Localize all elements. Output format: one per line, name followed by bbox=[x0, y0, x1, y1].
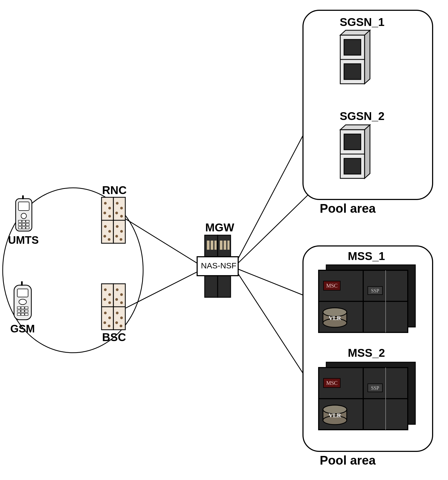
svg-point-42 bbox=[108, 238, 110, 241]
svg-rect-17 bbox=[26, 227, 29, 229]
svg-point-21 bbox=[19, 299, 26, 305]
nas-nsf-label: NAS-NSF bbox=[201, 261, 237, 270]
svg-rect-10 bbox=[22, 220, 25, 222]
svg-point-44 bbox=[120, 207, 123, 209]
svg-point-36 bbox=[108, 207, 111, 209]
svg-rect-30 bbox=[25, 313, 28, 315]
svg-rect-7 bbox=[18, 202, 29, 211]
svg-rect-76 bbox=[220, 241, 223, 250]
svg-rect-29 bbox=[21, 313, 24, 315]
svg-text:MSC: MSC bbox=[326, 380, 338, 386]
mss1-rack-icon: MSC SSP VLR bbox=[319, 265, 415, 332]
mss-vlr-label: VLR bbox=[329, 315, 342, 321]
sgsn1-cabinet-icon bbox=[340, 30, 370, 84]
svg-point-38 bbox=[108, 215, 111, 218]
svg-point-67 bbox=[120, 316, 123, 319]
svg-line-1 bbox=[126, 272, 198, 308]
mss-ssp-label: SSP bbox=[371, 288, 379, 294]
svg-point-54 bbox=[104, 288, 107, 291]
svg-marker-86 bbox=[365, 125, 370, 178]
svg-rect-13 bbox=[22, 224, 25, 226]
svg-point-35 bbox=[104, 202, 107, 205]
svg-point-39 bbox=[104, 225, 107, 228]
svg-point-40 bbox=[108, 230, 111, 233]
svg-point-66 bbox=[116, 312, 119, 314]
svg-rect-28 bbox=[17, 313, 21, 315]
svg-point-69 bbox=[120, 325, 122, 327]
svg-rect-73 bbox=[207, 241, 210, 250]
svg-rect-74 bbox=[211, 241, 213, 250]
svg-point-63 bbox=[120, 293, 123, 296]
umts-phone-icon bbox=[16, 195, 32, 231]
svg-rect-75 bbox=[214, 241, 217, 250]
svg-point-50 bbox=[120, 238, 122, 241]
svg-text:SSP: SSP bbox=[371, 385, 379, 391]
svg-point-65 bbox=[120, 301, 123, 304]
svg-rect-16 bbox=[22, 227, 25, 229]
svg-point-45 bbox=[115, 212, 118, 214]
svg-point-47 bbox=[116, 225, 119, 228]
svg-marker-80 bbox=[365, 30, 370, 84]
rnc-label: RNC bbox=[102, 184, 127, 197]
network-diagram: MSC SSP VLR MSC SSP VLR bbox=[0, 0, 448, 480]
svg-point-64 bbox=[115, 298, 118, 301]
mss-msc-label: MSC bbox=[326, 283, 338, 289]
svg-rect-83 bbox=[344, 39, 361, 55]
svg-point-61 bbox=[108, 325, 110, 327]
svg-rect-78 bbox=[227, 241, 230, 250]
svg-rect-18 bbox=[22, 195, 24, 199]
svg-point-60 bbox=[103, 321, 106, 324]
svg-rect-14 bbox=[26, 224, 29, 226]
sgsn2-label: SGSN_2 bbox=[340, 110, 385, 123]
svg-point-59 bbox=[108, 316, 111, 319]
svg-rect-23 bbox=[21, 307, 24, 309]
svg-point-68 bbox=[115, 321, 118, 324]
svg-rect-84 bbox=[344, 64, 361, 79]
svg-line-0 bbox=[126, 219, 198, 264]
svg-point-43 bbox=[116, 202, 119, 205]
svg-point-49 bbox=[115, 235, 118, 238]
svg-rect-11 bbox=[26, 220, 29, 222]
svg-rect-77 bbox=[224, 241, 226, 250]
bsc-label: BSC bbox=[102, 331, 126, 344]
mss2-label: MSS_2 bbox=[348, 346, 385, 359]
svg-rect-31 bbox=[21, 281, 23, 286]
umts-label: UMTS bbox=[8, 234, 39, 246]
svg-point-8 bbox=[21, 213, 26, 219]
svg-point-46 bbox=[120, 215, 123, 218]
rnc-node-icon bbox=[102, 197, 125, 243]
svg-point-55 bbox=[108, 293, 111, 296]
pool-area-top-label: Pool area bbox=[320, 201, 376, 216]
svg-point-37 bbox=[103, 212, 106, 214]
svg-rect-9 bbox=[18, 220, 22, 222]
svg-rect-24 bbox=[25, 307, 28, 309]
svg-rect-22 bbox=[17, 307, 21, 309]
svg-point-48 bbox=[120, 230, 123, 233]
svg-rect-25 bbox=[17, 310, 21, 312]
svg-rect-26 bbox=[21, 310, 24, 312]
mss2-rack-icon: MSC SSP VLR bbox=[319, 362, 415, 430]
svg-rect-90 bbox=[344, 158, 361, 174]
sgsn2-cabinet-icon bbox=[340, 125, 370, 178]
svg-rect-20 bbox=[17, 289, 28, 297]
svg-point-57 bbox=[108, 301, 111, 304]
svg-point-56 bbox=[103, 298, 106, 301]
bsc-node-icon bbox=[102, 284, 125, 330]
svg-point-62 bbox=[116, 288, 119, 291]
gsm-label: GSM bbox=[10, 323, 35, 335]
gsm-phone-icon bbox=[14, 281, 31, 320]
svg-text:VLR: VLR bbox=[329, 412, 342, 419]
svg-point-41 bbox=[103, 235, 106, 238]
svg-rect-27 bbox=[25, 310, 28, 312]
mss1-label: MSS_1 bbox=[348, 250, 385, 263]
pool-area-bottom-label: Pool area bbox=[320, 453, 376, 468]
svg-point-58 bbox=[104, 312, 107, 314]
svg-rect-89 bbox=[344, 134, 361, 150]
sgsn1-label: SGSN_1 bbox=[340, 16, 385, 29]
mgw-label: MGW bbox=[205, 221, 234, 234]
svg-rect-12 bbox=[18, 224, 22, 226]
svg-rect-15 bbox=[18, 227, 22, 229]
